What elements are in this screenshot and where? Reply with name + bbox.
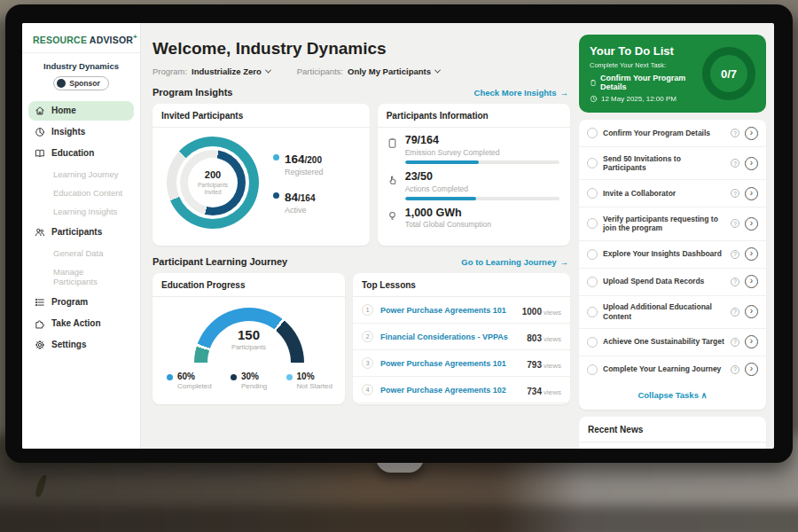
- go-to-learning-journey-link[interactable]: Go to Learning Journey →: [461, 257, 568, 267]
- todo-panel: Your To Do List Complete Your Next Task:…: [577, 23, 774, 449]
- task-checkbox[interactable]: [587, 364, 598, 375]
- info-icon[interactable]: ?: [731, 250, 739, 259]
- lesson-row: 4 Power Purchase Agreements 102 734views: [353, 377, 570, 403]
- card-title: Participants Information: [378, 104, 570, 128]
- page-title: Welcome, Industry Dynamics: [153, 39, 570, 59]
- chevron-right-icon[interactable]: ›: [745, 363, 758, 376]
- active-value: 84: [285, 191, 298, 204]
- task-row: Upload Spend Data Records ? ›: [579, 269, 766, 296]
- arrow-right-icon: →: [560, 88, 569, 98]
- arrow-right-icon: →: [560, 257, 569, 267]
- registered-label: Registered: [285, 168, 324, 176]
- sidebar-item-education-content[interactable]: Education Content: [28, 184, 134, 202]
- task-row: Send 50 Invitations to Participants ? ›: [579, 147, 766, 180]
- chevron-right-icon[interactable]: ›: [745, 217, 758, 231]
- legend-label: Completed: [177, 382, 212, 390]
- gauge-center-value: 150: [194, 327, 304, 342]
- stat-value: 1,000 GWh: [405, 207, 491, 220]
- info-icon[interactable]: ?: [731, 189, 739, 198]
- program-label: Program:: [153, 66, 187, 76]
- sidebar-item-participants[interactable]: Participants: [28, 223, 134, 242]
- completed-dot-icon: [167, 374, 173, 380]
- program-dropdown[interactable]: Program: Industrialize Zero: [153, 66, 270, 76]
- sidebar-item-take-action[interactable]: Take Action: [28, 314, 134, 333]
- info-icon[interactable]: ?: [731, 365, 739, 374]
- info-icon[interactable]: ?: [731, 219, 739, 228]
- task-row: Explore Your Insights Dashboard ? ›: [579, 241, 766, 269]
- sidebar-item-learning-insights[interactable]: Learning Insights: [28, 202, 134, 221]
- rank-badge: 2: [362, 331, 373, 342]
- sidebar-item-home[interactable]: Home: [28, 101, 134, 121]
- task-checkbox[interactable]: [587, 158, 598, 168]
- sidebar-item-label: Education: [51, 148, 94, 158]
- views-count: 1000: [522, 307, 542, 317]
- collapse-tasks-link[interactable]: Collapse Tasks ∧: [579, 383, 766, 408]
- todo-progress-ring: 0/7: [702, 47, 755, 100]
- donut-center-label: Participants Invited: [192, 182, 233, 197]
- brand-plus: +: [133, 33, 137, 41]
- sidebar-item-program[interactable]: Program: [28, 293, 134, 312]
- lesson-link[interactable]: Power Purchase Agreements 101: [380, 359, 520, 368]
- task-checkbox[interactable]: [587, 307, 598, 317]
- rank-badge: 3: [362, 357, 373, 369]
- todo-summary-card: Your To Do List Complete Your Next Task:…: [579, 35, 766, 113]
- sidebar-item-label: Settings: [51, 340, 86, 349]
- learning-journey-header: Participant Learning Journey Go to Learn…: [153, 256, 568, 267]
- lesson-link[interactable]: Financial Considerations - VPPAs: [380, 332, 520, 341]
- sidebar-item-general-data[interactable]: General Data: [28, 244, 134, 262]
- task-checkbox[interactable]: [587, 337, 598, 348]
- active-label: Active: [285, 206, 316, 215]
- todo-due-date: 12 May 2025, 12:00 PM: [590, 95, 702, 103]
- bulb-icon: [387, 210, 398, 222]
- info-icon[interactable]: ?: [731, 159, 739, 168]
- chevron-right-icon[interactable]: ›: [745, 305, 758, 318]
- brand-logo: RESOURCE ADVISOR+: [22, 23, 140, 53]
- task-label: Send 50 Invitations to Participants: [603, 154, 725, 173]
- sidebar-item-learning-journey[interactable]: Learning Journey: [28, 165, 134, 184]
- task-label: Achieve One Sustainability Target: [603, 337, 725, 347]
- insights-icon: [35, 127, 45, 137]
- chevron-right-icon[interactable]: ›: [745, 335, 758, 348]
- sidebar-item-insights[interactable]: Insights: [28, 122, 134, 142]
- stat-label: Emission Survey Completed: [405, 148, 559, 157]
- todo-next-task[interactable]: Confirm Your Program Details: [590, 74, 702, 91]
- chevron-right-icon[interactable]: ›: [745, 247, 758, 261]
- chevron-right-icon[interactable]: ›: [745, 127, 758, 140]
- consumption-row: 1,000 GWh Total Global Consumption: [378, 200, 570, 233]
- info-icon[interactable]: ?: [731, 338, 739, 347]
- invited-donut-chart: 200 Participants Invited: [167, 137, 259, 229]
- lesson-link[interactable]: Power Purchase Agreements 102: [380, 386, 520, 395]
- legend-active: 84/164 Active: [273, 189, 324, 215]
- chevron-right-icon[interactable]: ›: [745, 157, 758, 170]
- views-count: 734: [527, 387, 542, 396]
- participants-dropdown[interactable]: Participants: Only My Participants: [297, 66, 440, 76]
- program-value: Industrialize Zero: [192, 66, 262, 76]
- views-suffix: views: [544, 388, 561, 396]
- book-icon: [35, 148, 45, 159]
- info-icon[interactable]: ?: [731, 308, 739, 317]
- sponsor-badge[interactable]: Sponsor: [53, 76, 108, 90]
- sidebar-item-education[interactable]: Education: [28, 144, 134, 163]
- sidebar-item-settings[interactable]: Settings: [28, 335, 134, 355]
- card-title: Education Progress: [153, 273, 345, 297]
- chevron-right-icon[interactable]: ›: [745, 275, 758, 288]
- lesson-link[interactable]: Power Purchase Agreements 101: [380, 306, 515, 315]
- views-suffix: views: [544, 362, 561, 370]
- info-icon[interactable]: ?: [731, 278, 739, 286]
- participants-label: Participants:: [297, 66, 343, 76]
- task-checkbox[interactable]: [587, 277, 598, 287]
- list-icon: [35, 297, 45, 308]
- task-checkbox[interactable]: [587, 128, 598, 138]
- sidebar-item-manage-participants[interactable]: Manage Participants: [28, 262, 134, 291]
- check-more-insights-link[interactable]: Check More Insights →: [474, 88, 568, 98]
- task-row: Upload Additional Educational Content ? …: [579, 296, 766, 329]
- card-title: Top Lessons: [353, 273, 570, 297]
- task-checkbox[interactable]: [587, 218, 598, 229]
- stat-label: Total Global Consumption: [405, 220, 491, 229]
- chevron-right-icon[interactable]: ›: [745, 187, 758, 200]
- task-label: Upload Additional Educational Content: [603, 302, 725, 321]
- task-checkbox[interactable]: [587, 188, 598, 199]
- task-checkbox[interactable]: [587, 249, 598, 260]
- info-icon[interactable]: ?: [731, 129, 739, 137]
- card-title: Invited Participants: [153, 104, 370, 128]
